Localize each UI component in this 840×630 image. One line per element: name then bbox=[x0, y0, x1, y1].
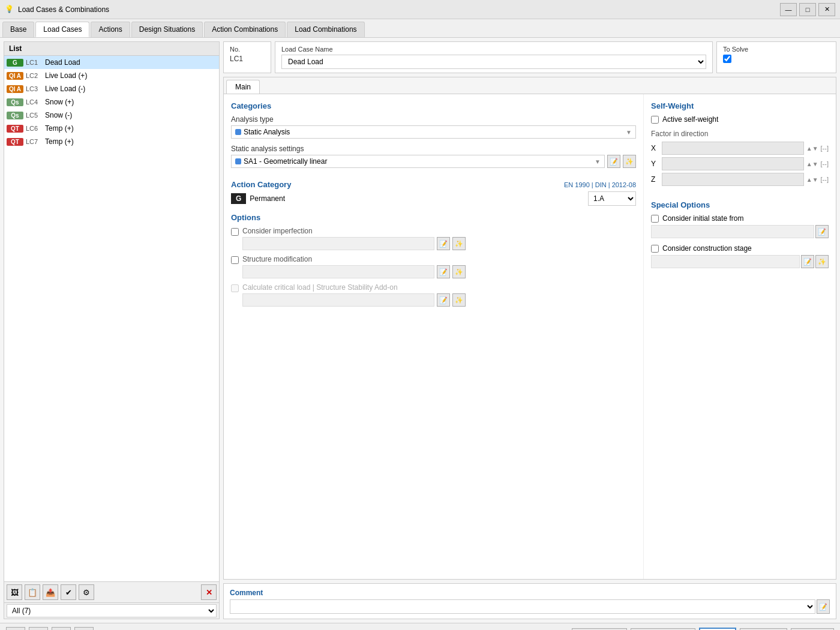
lc5-num: LC5 bbox=[26, 112, 43, 119]
construction-stage-label: Consider construction stage bbox=[662, 244, 752, 253]
ok-button[interactable]: OK bbox=[699, 628, 736, 631]
construction-stage-checkbox[interactable] bbox=[651, 245, 659, 253]
lc3-name: Live Load (-) bbox=[45, 85, 85, 93]
action-category-section: Action Category EN 1990 | DIN | 2012-08 … bbox=[231, 180, 636, 206]
imperfection-checkbox[interactable] bbox=[231, 228, 239, 236]
critical-load-checkbox[interactable] bbox=[231, 284, 239, 292]
load-case-name-select[interactable]: Dead Load Live Load (+) Live Load (-) Sn… bbox=[281, 55, 706, 69]
structure-mod-input[interactable] bbox=[242, 265, 434, 278]
tab-main[interactable]: Main bbox=[226, 80, 260, 94]
structure-mod-new-btn[interactable]: ✨ bbox=[452, 265, 466, 278]
list-item[interactable]: G LC1 Dead Load bbox=[4, 56, 219, 69]
tab-actions[interactable]: Actions bbox=[91, 22, 130, 37]
critical-load-new-btn[interactable]: ✨ bbox=[452, 293, 466, 307]
self-weight-title: Self-Weight bbox=[651, 101, 829, 110]
window-controls: — □ ✕ bbox=[780, 3, 835, 16]
left-tab-content: Categories Analysis type Static Analysis… bbox=[224, 94, 644, 579]
action-sub-select[interactable]: 1.A bbox=[588, 191, 636, 206]
tab-load-combinations[interactable]: Load Combinations bbox=[287, 22, 364, 37]
active-self-weight-checkbox[interactable] bbox=[651, 116, 659, 124]
table-tool-btn[interactable]: 📊 bbox=[29, 627, 48, 631]
structure-mod-checkbox[interactable] bbox=[231, 256, 239, 264]
to-solve-checkbox[interactable] bbox=[723, 55, 731, 63]
badge-lc5: Qs bbox=[7, 112, 23, 119]
critical-load-edit-btn[interactable]: 📝 bbox=[437, 293, 450, 307]
option-critical-load: Calculate critical load | Structure Stab… bbox=[231, 283, 636, 307]
list-item[interactable]: QT LC7 Temp (+) bbox=[4, 135, 219, 148]
lc1-name: Dead Load bbox=[45, 58, 80, 67]
filter-select[interactable]: All (7) bbox=[7, 604, 217, 617]
add-button[interactable]: 🖼 bbox=[7, 584, 22, 600]
search-tool-btn[interactable]: 🔍 bbox=[6, 627, 25, 631]
comment-label: Comment bbox=[230, 589, 830, 597]
cancel-button[interactable]: Cancel bbox=[740, 628, 787, 631]
construction-stage-input[interactable] bbox=[651, 255, 800, 268]
options-section: Options Consider imperfection 📝 ✨ bbox=[231, 213, 636, 307]
factor-x-input[interactable] bbox=[662, 142, 804, 155]
static-analysis-edit-btn[interactable]: 📝 bbox=[607, 155, 620, 168]
lc4-name: Snow (+) bbox=[45, 98, 74, 106]
construction-stage-edit-btn[interactable]: 📝 bbox=[801, 255, 814, 268]
apply-button[interactable]: Apply bbox=[791, 628, 834, 631]
lc2-name: Live Load (+) bbox=[45, 71, 87, 80]
name-group: Load Case Name Dead Load Live Load (+) L… bbox=[275, 41, 713, 73]
cursor-tool-btn[interactable]: 🔧 bbox=[52, 627, 71, 631]
static-analysis-row: Static analysis settings SA1 - Geometric… bbox=[231, 145, 636, 168]
copy-button[interactable]: 📋 bbox=[25, 584, 40, 600]
initial-state-checkbox[interactable] bbox=[651, 215, 659, 223]
factor-y-input[interactable] bbox=[662, 157, 804, 170]
tab-design-situations[interactable]: Design Situations bbox=[131, 22, 203, 37]
lc5-name: Snow (-) bbox=[45, 111, 72, 119]
check-button[interactable]: ✔ bbox=[61, 584, 76, 600]
static-analysis-new-btn[interactable]: ✨ bbox=[623, 155, 636, 168]
calculate-all-button[interactable]: Calculate All bbox=[631, 628, 695, 631]
imperfection-input[interactable] bbox=[242, 237, 434, 250]
imperfection-new-btn[interactable]: ✨ bbox=[452, 237, 466, 250]
badge-lc6: QT bbox=[7, 125, 23, 133]
factor-z-input[interactable] bbox=[662, 173, 804, 186]
list-item[interactable]: Qs LC4 Snow (+) bbox=[4, 95, 219, 109]
analysis-type-select[interactable]: Static Analysis bbox=[244, 128, 623, 136]
action-name: Permanent bbox=[250, 194, 584, 203]
top-section: No. LC1 Load Case Name Dead Load Live Lo… bbox=[223, 41, 836, 73]
maximize-button[interactable]: □ bbox=[799, 3, 816, 16]
badge-lc7: QT bbox=[7, 138, 23, 146]
critical-load-label: Calculate critical load | Structure Stab… bbox=[242, 283, 466, 292]
delete-button[interactable]: ✕ bbox=[201, 584, 217, 600]
list-item[interactable]: Qs LC5 Snow (-) bbox=[4, 109, 219, 122]
action-row: G Permanent 1.A bbox=[231, 191, 636, 206]
structure-mod-edit-btn[interactable]: 📝 bbox=[437, 265, 450, 278]
active-self-weight-row: Active self-weight bbox=[651, 115, 829, 124]
list-item[interactable]: QI A LC3 Live Load (-) bbox=[4, 82, 219, 95]
lc4-num: LC4 bbox=[26, 98, 43, 106]
factor-y-label: Y bbox=[651, 160, 659, 168]
factor-label: Factor in direction bbox=[651, 130, 829, 138]
action-category-label: Action Category bbox=[231, 180, 564, 189]
formula-tool-btn[interactable]: ∫ bbox=[74, 627, 94, 631]
static-analysis-wrapper: SA1 - Geometrically linear ▼ bbox=[231, 155, 605, 168]
tab-action-combinations[interactable]: Action Combinations bbox=[204, 22, 286, 37]
action-norm: EN 1990 | DIN | 2012-08 bbox=[564, 181, 636, 188]
minimize-button[interactable]: — bbox=[780, 3, 797, 16]
construction-stage-new-btn[interactable]: ✨ bbox=[815, 255, 829, 268]
initial-state-edit-btn[interactable]: 📝 bbox=[815, 225, 829, 238]
initial-state-input[interactable] bbox=[651, 225, 814, 238]
close-button[interactable]: ✕ bbox=[818, 3, 835, 16]
comment-input[interactable] bbox=[230, 599, 815, 614]
export-button[interactable]: 📤 bbox=[43, 584, 58, 600]
app-icon: 💡 bbox=[5, 5, 14, 14]
list-item[interactable]: QI A LC2 Live Load (+) bbox=[4, 69, 219, 82]
comment-edit-btn[interactable]: 📝 bbox=[817, 599, 830, 614]
calculate-button[interactable]: Calculate bbox=[572, 628, 627, 631]
bottom-toolbar: 🔍 📊 🔧 ∫ Calculate Calculate All OK Cance… bbox=[0, 623, 840, 630]
imperfection-edit-btn[interactable]: 📝 bbox=[437, 237, 450, 250]
options-title: Options bbox=[231, 213, 636, 222]
tab-base[interactable]: Base bbox=[2, 22, 34, 37]
list-item[interactable]: QT LC6 Temp (+) bbox=[4, 122, 219, 135]
title-bar: 💡 Load Cases & Combinations — □ ✕ bbox=[0, 0, 840, 19]
tab-load-cases[interactable]: Load Cases bbox=[35, 22, 89, 37]
settings-button[interactable]: ⚙ bbox=[79, 584, 94, 600]
static-analysis-select[interactable]: SA1 - Geometrically linear bbox=[244, 157, 592, 166]
critical-load-input[interactable] bbox=[242, 293, 434, 307]
lc7-name: Temp (+) bbox=[45, 137, 74, 146]
